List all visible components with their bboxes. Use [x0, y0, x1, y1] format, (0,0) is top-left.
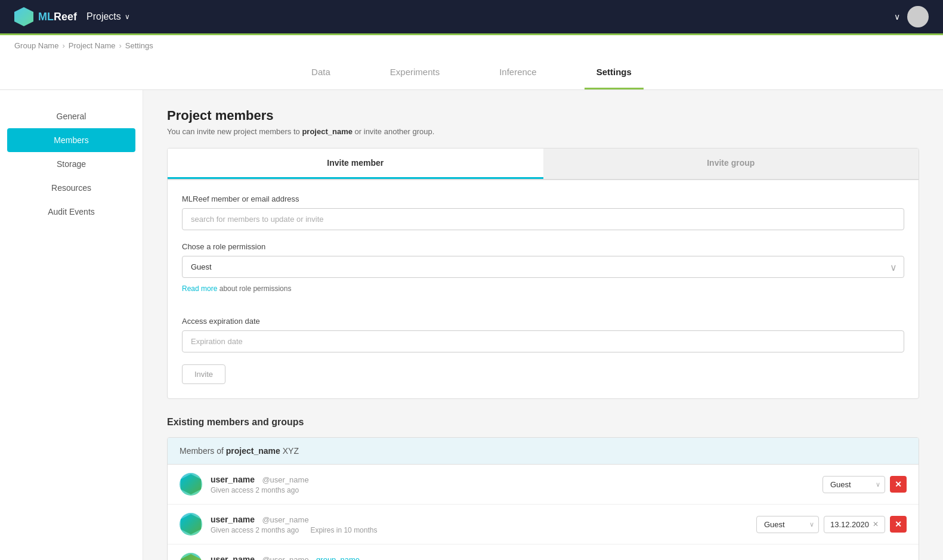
expiry-close-icon[interactable]: ✕ — [873, 520, 879, 528]
sidebar-item-resources[interactable]: Resources — [0, 176, 143, 200]
top-nav: MLReef Projects ∨ ∨ — [0, 0, 943, 33]
tab-inference[interactable]: Inference — [487, 56, 549, 89]
member-row: user_name @user_name group_name Given ac… — [168, 544, 919, 560]
existing-members-title: Existing members and groups — [167, 417, 919, 428]
breadcrumb-group[interactable]: Group Name — [14, 41, 58, 50]
page-description: You can invite new project members to pr… — [167, 127, 919, 136]
member-info-2: user_name @user_name Given access 2 mont… — [211, 514, 756, 534]
avatar-icon-2 — [181, 514, 201, 534]
expiration-input[interactable] — [182, 330, 904, 352]
member-meta-1: Given access 2 months ago — [211, 486, 823, 494]
logo-reef: Reef — [54, 11, 77, 23]
member-info-3: user_name @user_name group_name Given ac… — [211, 554, 871, 560]
member-meta-2: Given access 2 months ago Expires in 10 … — [211, 526, 756, 534]
desc-project-name: project_name — [302, 127, 353, 136]
sidebar-item-general[interactable]: General — [0, 104, 143, 128]
expiration-label: Access expiration date — [182, 317, 904, 326]
breadcrumb-current: Settings — [125, 41, 153, 50]
logo-ml: ML — [38, 11, 54, 23]
projects-dropdown[interactable]: Projects ∨ — [86, 11, 130, 22]
member-name-1: user_name — [211, 475, 255, 484]
page-title: Project members — [167, 108, 919, 123]
member-info-1: user_name @user_name Given access 2 mont… — [211, 474, 823, 494]
expiry-date-value: 13.12.2020 — [830, 520, 869, 529]
breadcrumb-sep-2: › — [119, 41, 122, 50]
desc-prefix: You can invite new project members to — [167, 127, 302, 136]
members-header: Members of project_name XYZ — [168, 438, 919, 465]
avatar-icon-1 — [181, 474, 201, 494]
logo-icon — [14, 7, 33, 26]
member-expires-2: Expires in 10 months — [310, 526, 377, 534]
member-handle-1: @user_name — [262, 475, 308, 484]
member-email-label: MLReef member or email address — [182, 194, 904, 203]
invite-group-tab[interactable]: Invite group — [543, 148, 919, 179]
role-select-wrapper: Guest Developer Maintainer Owner ∨ — [182, 256, 904, 278]
members-card: Members of project_name XYZ user_name @u… — [167, 437, 919, 560]
projects-chevron-icon: ∨ — [125, 13, 130, 21]
tab-data[interactable]: Data — [299, 56, 342, 89]
member-access-2: Given access 2 months ago — [211, 526, 299, 534]
role-label: Chose a role permission — [182, 242, 904, 251]
avatar-icon-3 — [181, 554, 201, 560]
tab-settings[interactable]: Settings — [585, 56, 644, 89]
role-select-wrapper-1: Guest Developer Maintainer Owner ∨ — [823, 476, 885, 493]
tab-nav: Data Experiments Inference Settings — [0, 56, 943, 90]
remove-button-1[interactable]: ✕ — [890, 476, 907, 493]
member-email-input[interactable] — [182, 208, 904, 230]
sidebar: General Members Storage Resources Audit … — [0, 90, 143, 560]
member-role-select-2[interactable]: Guest Developer Maintainer Owner — [756, 516, 819, 533]
invite-tabs: Invite member Invite group — [168, 148, 919, 180]
read-more-text: about role permissions — [217, 284, 291, 293]
nav-left: MLReef Projects ∨ — [14, 7, 130, 26]
desc-suffix: or invite another group. — [353, 127, 434, 136]
breadcrumb-project[interactable]: Project Name — [69, 41, 116, 50]
member-controls-1: Guest Developer Maintainer Owner ∨ ✕ — [823, 476, 907, 493]
sidebar-item-members[interactable]: Members — [7, 128, 135, 152]
nav-chevron-icon[interactable]: ∨ — [894, 12, 900, 21]
breadcrumb-sep-1: › — [62, 41, 64, 50]
avatar-1 — [180, 473, 202, 496]
role-select-wrapper-2: Guest Developer Maintainer Owner ∨ — [756, 516, 819, 533]
main-content: Project members You can invite new proje… — [143, 90, 943, 560]
member-handle-3: @user_name — [262, 555, 308, 560]
members-project-name: project_name — [226, 446, 280, 456]
members-header-prefix: Members of — [180, 446, 226, 456]
nav-right: ∨ — [894, 6, 929, 27]
avatar[interactable] — [907, 6, 929, 27]
member-handle-2: @user_name — [262, 515, 308, 524]
member-name-3: user_name — [211, 555, 255, 560]
read-more-wrapper: Read more about role permissions — [182, 283, 904, 305]
invite-button[interactable]: Invite — [182, 364, 225, 384]
avatar-3 — [180, 553, 202, 560]
member-row: user_name @user_name Given access 2 mont… — [168, 505, 919, 544]
members-header-suffix: XYZ — [280, 446, 299, 456]
member-access-1: Given access 2 months ago — [211, 486, 299, 494]
invite-card: Invite member Invite group MLReef member… — [167, 148, 919, 399]
member-group-link[interactable]: group_name — [316, 555, 360, 560]
logo-text: MLReef — [38, 11, 77, 23]
tab-experiments[interactable]: Experiments — [378, 56, 452, 89]
role-select[interactable]: Guest Developer Maintainer Owner — [182, 256, 904, 278]
member-controls-2: Guest Developer Maintainer Owner ∨ 13.12… — [756, 516, 907, 533]
breadcrumb: Group Name › Project Name › Settings — [0, 35, 943, 56]
invite-member-tab[interactable]: Invite member — [168, 148, 543, 179]
logo[interactable]: MLReef — [14, 7, 77, 26]
member-name-2: user_name — [211, 515, 255, 524]
expiry-date-badge: 13.12.2020 ✕ — [824, 516, 885, 533]
main-layout: General Members Storage Resources Audit … — [0, 90, 943, 560]
projects-label: Projects — [86, 11, 121, 22]
existing-members-section: Existing members and groups Members of p… — [167, 417, 919, 560]
sidebar-item-audit-events[interactable]: Audit Events — [0, 200, 143, 224]
sidebar-item-storage[interactable]: Storage — [0, 152, 143, 176]
remove-button-2[interactable]: ✕ — [890, 516, 907, 533]
invite-form: MLReef member or email address Chose a r… — [168, 180, 919, 398]
avatar-2 — [180, 513, 202, 536]
member-role-select-1[interactable]: Guest Developer Maintainer Owner — [823, 476, 885, 493]
member-row: user_name @user_name Given access 2 mont… — [168, 465, 919, 505]
read-more-link[interactable]: Read more — [182, 284, 217, 293]
